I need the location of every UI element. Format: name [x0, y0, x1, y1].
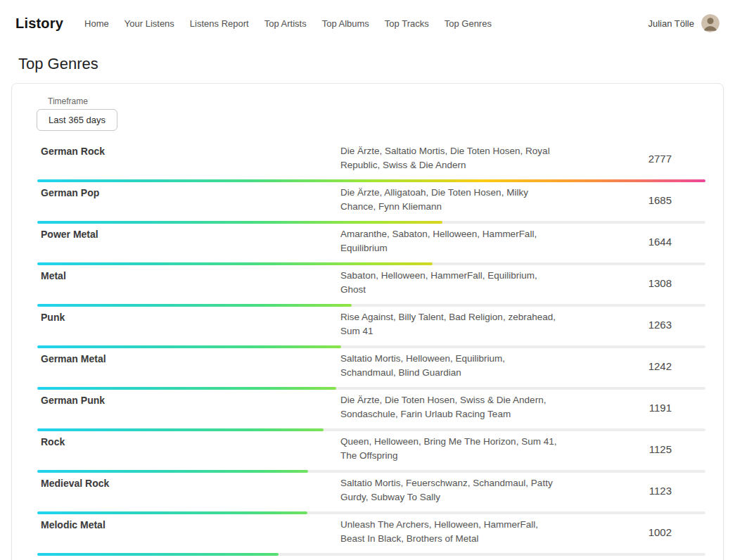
- nav-item-home[interactable]: Home: [84, 18, 109, 29]
- genre-row: Melodic Metal Unleash The Archers, Hello…: [37, 514, 705, 556]
- genre-name: German Punk: [37, 393, 329, 406]
- genre-row: German Indie Bukahara, Käptn Peng, KYTES…: [37, 556, 705, 560]
- genre-count: 1123: [570, 485, 705, 497]
- genre-count: 1002: [570, 526, 705, 538]
- genre-name: Rock: [37, 435, 329, 447]
- genre-name: German Metal: [37, 352, 329, 364]
- genre-name: German Pop: [37, 186, 329, 198]
- genre-count: 1685: [570, 194, 705, 206]
- user-menu[interactable]: Julian Tölle: [648, 14, 720, 32]
- user-avatar[interactable]: [701, 14, 720, 32]
- genre-list: German Rock Die Ärzte, Saltatio Mortis, …: [37, 141, 705, 560]
- genre-count: 1242: [570, 360, 705, 372]
- genre-count: 1644: [570, 236, 705, 248]
- genre-count: 1263: [570, 319, 705, 331]
- genre-artists: Die Ärzte, Alligatoah, Die Toten Hosen, …: [340, 186, 558, 214]
- timeframe-label: Timeframe: [48, 96, 705, 106]
- genre-artists: Rise Against, Billy Talent, Bad Religion…: [340, 310, 558, 338]
- nav-item-top-tracks[interactable]: Top Tracks: [385, 18, 429, 29]
- genre-artists: Sabaton, Helloween, HammerFall, Equilibr…: [340, 269, 558, 297]
- genre-name: Melodic Metal: [37, 518, 329, 530]
- genre-count: 1308: [570, 277, 705, 289]
- nav-item-your-listens[interactable]: Your Listens: [124, 18, 174, 29]
- top-genres-card: Timeframe Last 365 days German Rock Die …: [11, 83, 724, 560]
- genre-artists: Queen, Helloween, Bring Me The Horizon, …: [340, 435, 558, 463]
- genre-name: Medieval Rock: [37, 476, 329, 489]
- genre-artists: Saltatio Mortis, Helloween, Equilibrium,…: [340, 352, 558, 380]
- genre-name: Metal: [37, 269, 329, 281]
- genre-count: 1191: [570, 402, 705, 414]
- top-nav: Listory Home Your Listens Listens Report…: [0, 0, 735, 46]
- genre-name: German Rock: [37, 144, 329, 157]
- timeframe-control: Timeframe Last 365 days: [37, 96, 705, 131]
- genre-row: Metal Sabaton, Helloween, HammerFall, Eq…: [37, 265, 705, 307]
- genre-row: German Pop Die Ärzte, Alligatoah, Die To…: [37, 182, 705, 224]
- genre-artists: Unleash The Archers, Helloween, HammerFa…: [340, 518, 558, 546]
- genre-artists: Saltatio Mortis, Feuerschwanz, Schandmau…: [340, 476, 558, 504]
- page-content: Top Genres Timeframe Last 365 days Germa…: [0, 55, 735, 560]
- main-nav: Home Your Listens Listens Report Top Art…: [84, 18, 492, 29]
- genre-row: German Metal Saltatio Mortis, Helloween,…: [37, 348, 705, 390]
- genre-count: 1125: [570, 443, 705, 455]
- user-name: Julian Tölle: [648, 18, 694, 29]
- nav-item-top-albums[interactable]: Top Albums: [322, 18, 369, 29]
- genre-row: German Punk Die Ärzte, Die Toten Hosen, …: [37, 390, 705, 431]
- timeframe-select[interactable]: Last 365 days: [37, 109, 117, 131]
- genre-count: 2777: [570, 153, 705, 165]
- genre-row: Punk Rise Against, Billy Talent, Bad Rel…: [37, 307, 705, 348]
- genre-name: Punk: [37, 310, 329, 323]
- genre-row: Rock Queen, Helloween, Bring Me The Hori…: [37, 431, 705, 473]
- app-logo[interactable]: Listory: [15, 15, 63, 32]
- genre-name: Power Metal: [37, 227, 329, 240]
- genre-row: German Rock Die Ärzte, Saltatio Mortis, …: [37, 141, 705, 182]
- genre-row: Medieval Rock Saltatio Mortis, Feuerschw…: [37, 473, 705, 514]
- nav-item-top-artists[interactable]: Top Artists: [264, 18, 307, 29]
- genre-artists: Amaranthe, Sabaton, Helloween, HammerFal…: [340, 227, 558, 255]
- genre-artists: Die Ärzte, Saltatio Mortis, Die Toten Ho…: [340, 144, 558, 172]
- nav-item-top-genres[interactable]: Top Genres: [445, 18, 492, 29]
- genre-artists: Die Ärzte, Die Toten Hosen, Swiss & Die …: [340, 393, 558, 421]
- genre-row: Power Metal Amaranthe, Sabaton, Hellowee…: [37, 224, 705, 265]
- nav-item-listens-report[interactable]: Listens Report: [190, 18, 249, 29]
- page-title: Top Genres: [18, 55, 724, 73]
